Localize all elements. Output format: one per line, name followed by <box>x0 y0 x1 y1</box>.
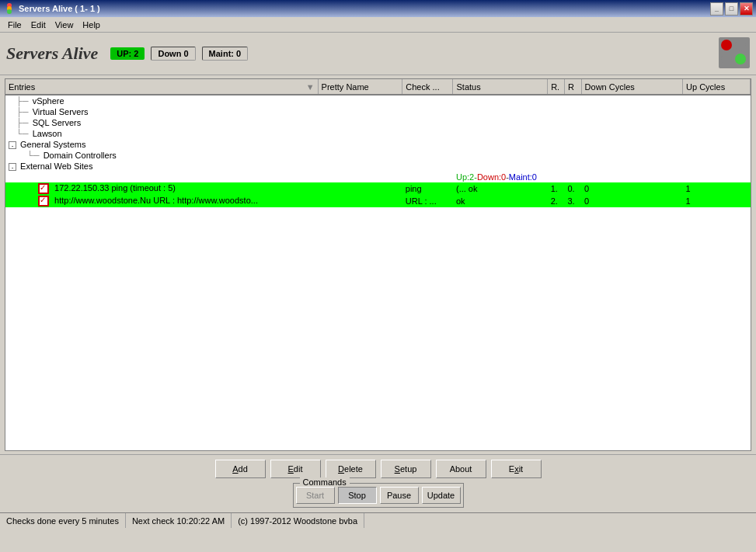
table-row: ├─ Virtual Servers <box>5 106 751 117</box>
menu-view[interactable]: View <box>51 19 78 31</box>
svg-point-7 <box>735 54 746 64</box>
table-row[interactable]: ✓ http://www.woodstone.Nu URL : http://w… <box>5 195 751 207</box>
summary-down: Down:0 <box>477 172 506 182</box>
stop-button[interactable]: Stop <box>338 487 377 504</box>
table-row: └─ Domain Controllers <box>5 150 751 161</box>
window-controls: _ □ ✕ <box>710 2 753 16</box>
table-row[interactable]: ✓ 172.22.150.33 ping (timeout : 5) ping … <box>5 182 751 195</box>
col-down-cycles: Down Cycles <box>581 79 682 95</box>
table-row: ├─ vSphere <box>5 95 751 106</box>
col-up-cycles: Up Cycles <box>683 79 751 95</box>
next-check-segment: Next check 10:20:22 AM <box>126 513 232 528</box>
tree-connector: └─ <box>27 151 40 160</box>
copyright-text: (c) 1997-2012 Woodstone bvba <box>238 516 357 526</box>
next-check-text: Next check 10:20:22 AM <box>132 516 225 526</box>
checks-done-segment: Checks done every 5 minutes <box>0 513 126 528</box>
summary-row: Up:2-Down:0-Maint:0 <box>5 172 751 182</box>
pause-button[interactable]: Pause <box>380 487 419 504</box>
tree-connector: ├─ <box>16 96 29 106</box>
table-row: - External Web Sites <box>5 161 751 172</box>
delete-button[interactable]: Delete <box>326 460 376 478</box>
col-r2: R <box>564 79 581 95</box>
table-row: └─ Lawson <box>5 128 751 139</box>
tree-connector: ├─ <box>16 118 29 127</box>
col-pretty-name: Pretty Name <box>318 79 402 95</box>
header: Servers Alive UP: 2 Down 0 Maint: 0 <box>0 33 756 75</box>
down-badge: Down 0 <box>151 47 195 61</box>
up-badge: UP: 2 <box>110 47 145 60</box>
tree-connector: └─ <box>16 129 29 138</box>
app-icon <box>3 2 16 15</box>
app-title: Servers Alive <box>6 43 98 64</box>
menu-file[interactable]: File <box>3 19 26 31</box>
title-text: Servers Alive ( 1- 1 ) <box>19 4 100 13</box>
footer-area: Add Edit Delete Setup About Exit Command… <box>0 454 756 512</box>
col-r1: R. <box>548 79 565 95</box>
start-button[interactable]: Start <box>296 487 335 504</box>
menu-edit[interactable]: Edit <box>26 19 51 31</box>
titlebar-left: Servers Alive ( 1- 1 ) <box>3 2 100 15</box>
copyright-segment: (c) 1997-2012 Woodstone bvba <box>232 513 364 528</box>
svg-point-2 <box>7 9 12 14</box>
entries-table: Entries ▼ Pretty Name Check ... Status R… <box>5 79 751 207</box>
col-entries: Entries ▼ <box>5 79 318 95</box>
edit-button[interactable]: Edit <box>270 460 321 478</box>
col-check: Check ... <box>402 79 453 95</box>
close-button[interactable]: ✕ <box>740 2 753 16</box>
commands-group: Commands Start Stop Pause Update <box>293 483 464 508</box>
titlebar: Servers Alive ( 1- 1 ) _ □ ✕ <box>0 0 756 17</box>
statusbar: Checks done every 5 minutes Next check 1… <box>0 512 756 528</box>
minimize-button[interactable]: _ <box>710 2 723 16</box>
svg-point-6 <box>721 54 732 64</box>
summary-maint: Maint:0 <box>509 172 537 182</box>
menu-help[interactable]: Help <box>78 19 105 31</box>
update-button[interactable]: Update <box>422 487 461 504</box>
button-row: Add Edit Delete Setup About Exit <box>6 460 750 478</box>
summary-up: Up:2- <box>456 172 477 182</box>
about-button[interactable]: About <box>436 460 486 478</box>
status-summary: UP: 2 Down 0 Maint: 0 <box>110 47 248 61</box>
tree-connector: ├─ <box>16 107 29 116</box>
exit-button[interactable]: Exit <box>491 460 542 478</box>
checks-done-text: Checks done every 5 minutes <box>6 516 119 526</box>
svg-point-5 <box>735 40 746 50</box>
collapse-button[interactable]: - <box>9 141 16 149</box>
table-row: - General Systems <box>5 139 751 150</box>
maximize-button[interactable]: □ <box>725 2 738 16</box>
traffic-light-icon <box>719 37 750 68</box>
commands-label: Commands <box>300 477 350 487</box>
main-content: Entries ▼ Pretty Name Check ... Status R… <box>5 78 751 451</box>
main-wrapper: Entries ▼ Pretty Name Check ... Status R… <box>0 75 756 454</box>
collapse-button[interactable]: - <box>9 163 16 171</box>
svg-point-4 <box>721 40 732 50</box>
maint-badge: Maint: 0 <box>202 47 249 61</box>
setup-button[interactable]: Setup <box>381 460 431 478</box>
commands-buttons: Start Stop Pause Update <box>300 487 457 504</box>
menubar: File Edit View Help <box>0 17 756 33</box>
col-status: Status <box>453 79 548 95</box>
add-button[interactable]: Add <box>215 460 266 478</box>
table-row: ├─ SQL Servers <box>5 117 751 128</box>
